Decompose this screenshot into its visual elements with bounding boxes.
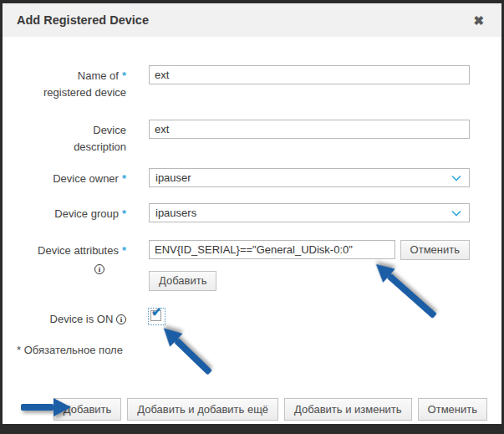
device-owner-select[interactable]: ipauser [149, 168, 470, 187]
cancel-button[interactable]: Отменить [418, 398, 487, 421]
add-and-add-another-button[interactable]: Добавить и добавить ещё [127, 398, 278, 421]
device-group-select[interactable]: ipausers [149, 203, 470, 222]
add-attribute-button[interactable]: Добавить [149, 271, 216, 291]
device-on-label: Device is ON i [17, 309, 126, 328]
group-label: Device group* [17, 203, 126, 222]
required-asterisk: * [122, 244, 126, 257]
required-asterisk: * [122, 172, 126, 185]
close-icon[interactable]: ✖ [473, 14, 484, 27]
device-on-checkbox[interactable]: ✔ [149, 309, 165, 324]
undo-attribute-button[interactable]: Отменить [400, 240, 470, 260]
device-owner-value: ipauser [155, 171, 191, 184]
add-registered-device-dialog: Add Registered Device ✖ Name of* registe… [3, 3, 501, 424]
dialog-title: Add Registered Device [17, 13, 149, 27]
checkmark-icon: ✔ [151, 305, 162, 318]
dialog-footer: Добавить Добавить и добавить ещё Добавит… [3, 397, 501, 424]
dialog-header: Add Registered Device ✖ [3, 3, 501, 37]
add-button[interactable]: Добавить [53, 398, 121, 421]
dialog-body: Name of* registered device Device descri… [3, 37, 501, 397]
chevron-down-icon [451, 210, 461, 217]
required-field-note: * Обязательное поле [17, 344, 470, 356]
required-asterisk: * [122, 69, 126, 82]
field-row-description: Device description [17, 120, 470, 156]
description-label: Device description [17, 120, 126, 156]
name-label: Name of* registered device [17, 65, 126, 101]
chevron-down-icon [451, 175, 461, 181]
device-group-value: ipausers [155, 207, 196, 219]
info-icon: i [94, 264, 104, 274]
field-row-group: Device group* ipausers [17, 203, 470, 222]
owner-label: Device owner* [17, 168, 126, 187]
description-input[interactable] [149, 120, 470, 139]
field-row-attributes: Device attributes* i Отменить Добавить [17, 240, 470, 291]
add-and-edit-button[interactable]: Добавить и изменить [284, 398, 412, 421]
field-row-name: Name of* registered device [17, 65, 470, 101]
field-row-owner: Device owner* ipauser [17, 168, 470, 187]
required-asterisk: * [122, 207, 126, 220]
info-icon: i [116, 314, 126, 324]
attributes-label: Device attributes* i [17, 240, 126, 291]
field-row-device-on: Device is ON i ✔ [17, 309, 470, 328]
name-input[interactable] [149, 65, 470, 84]
device-attributes-input[interactable] [149, 240, 395, 259]
